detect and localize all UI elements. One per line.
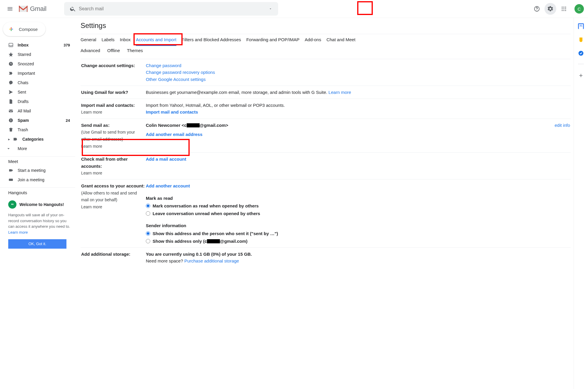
categories-icon bbox=[13, 137, 22, 142]
apps-grid-icon bbox=[561, 6, 567, 12]
tab-offline[interactable]: Offline bbox=[107, 48, 120, 56]
leave-unread-radio[interactable] bbox=[146, 211, 150, 216]
add-another-account-link[interactable]: Add another account bbox=[146, 182, 570, 189]
sidebar-item-important[interactable]: Important bbox=[0, 69, 75, 78]
tab-labels[interactable]: Labels bbox=[101, 37, 114, 46]
sidebar-item-snoozed[interactable]: Snoozed bbox=[0, 59, 75, 69]
tab-themes[interactable]: Themes bbox=[127, 48, 143, 56]
svg-rect-16 bbox=[11, 119, 11, 121]
show-sent-by-radio[interactable] bbox=[146, 231, 150, 236]
sidebar-item-label: Important bbox=[18, 71, 35, 76]
sidebar: Compose Inbox379 Starred Snoozed Importa… bbox=[0, 18, 75, 389]
search-options-dropdown[interactable] bbox=[266, 7, 275, 11]
mark-read-radio[interactable] bbox=[146, 204, 150, 208]
import-mail-contacts-link[interactable]: Import mail and contacts bbox=[146, 109, 198, 114]
support-button[interactable] bbox=[531, 3, 543, 15]
gmail-logo[interactable]: Gmail bbox=[18, 3, 46, 15]
search-input[interactable] bbox=[79, 6, 266, 11]
sendas-learn-more[interactable]: Learn more bbox=[81, 144, 102, 149]
nav-list: Inbox379 Starred Snoozed Important Chats… bbox=[0, 40, 75, 153]
sidebar-item-label: Snoozed bbox=[18, 61, 34, 66]
caret-down-icon bbox=[269, 7, 272, 11]
sidebar-item-trash[interactable]: Trash bbox=[0, 125, 75, 134]
google-account-link[interactable]: Other Google Account settings bbox=[146, 76, 570, 83]
meet-section-label: Meet bbox=[0, 159, 75, 164]
sidebar-item-more[interactable]: More bbox=[0, 144, 75, 153]
recovery-options-link[interactable]: Change password recovery options bbox=[146, 69, 570, 76]
svg-point-6 bbox=[563, 8, 564, 9]
import-learn-more[interactable]: Learn more bbox=[81, 110, 102, 114]
row-gmail-work: Using Gmail for work? Businesses get you… bbox=[81, 86, 571, 99]
compose-button[interactable]: Compose bbox=[3, 22, 46, 36]
sidebar-item-label: Join a meeting bbox=[18, 177, 44, 182]
sidebar-item-label: Chats bbox=[18, 80, 29, 85]
chats-icon bbox=[8, 80, 18, 85]
row-label: Import mail and contacts: bbox=[81, 103, 135, 108]
hangouts-text: Hangouts will save all of your on-record… bbox=[8, 212, 73, 235]
tab-general[interactable]: General bbox=[81, 37, 96, 46]
tab-forwarding[interactable]: Forwarding and POP/IMAP bbox=[246, 37, 300, 46]
drafts-icon bbox=[8, 99, 18, 104]
sidebar-item-label: Spam bbox=[18, 118, 29, 123]
change-password-link[interactable]: Change password bbox=[146, 62, 570, 69]
gear-icon bbox=[547, 6, 554, 12]
check-learn-more[interactable]: Learn more bbox=[81, 171, 102, 175]
sidebar-item-inbox[interactable]: Inbox379 bbox=[0, 40, 75, 50]
search-bar[interactable] bbox=[64, 2, 278, 16]
calendar-icon[interactable]: 31 bbox=[578, 23, 584, 29]
meet-join[interactable]: Join a meeting bbox=[0, 175, 75, 184]
hangouts-learn-more[interactable]: Learn more bbox=[8, 230, 28, 235]
apps-button[interactable] bbox=[558, 3, 570, 15]
tab-chat-meet[interactable]: Chat and Meet bbox=[326, 37, 355, 46]
sidebar-item-starred[interactable]: Starred bbox=[0, 50, 75, 59]
gsuite-learn-more[interactable]: Learn more bbox=[328, 90, 351, 95]
sidebar-item-label: Drafts bbox=[18, 99, 29, 104]
show-address-only-radio[interactable] bbox=[146, 239, 150, 243]
meet-start[interactable]: Start a meeting bbox=[0, 166, 75, 175]
sidebar-item-label: Sent bbox=[18, 90, 26, 94]
sidebar-item-categories[interactable]: ▸Categories bbox=[0, 134, 75, 144]
tab-filters[interactable]: Filters and Blocked Addresses bbox=[182, 37, 241, 46]
search-icon[interactable] bbox=[67, 6, 79, 12]
add-email-address-link[interactable]: Add another email address bbox=[146, 131, 570, 138]
tasks-icon[interactable] bbox=[578, 50, 584, 56]
row-label: Change account settings: bbox=[81, 59, 145, 86]
storage-text: You are currently using 0.1 GB (0%) of y… bbox=[146, 252, 252, 257]
header-right: C bbox=[531, 3, 584, 15]
row-label: Add additional storage: bbox=[81, 248, 145, 267]
grant-learn-more[interactable]: Learn more bbox=[81, 205, 102, 209]
menu-button[interactable] bbox=[3, 2, 17, 16]
row-label: Using Gmail for work? bbox=[81, 86, 145, 99]
row-storage: Add additional storage: You are currentl… bbox=[81, 248, 571, 267]
tab-accounts-import[interactable]: Accounts and Import bbox=[136, 37, 176, 46]
sidebar-item-chats[interactable]: Chats bbox=[0, 78, 75, 87]
sidebar-item-sent[interactable]: Sent bbox=[0, 87, 75, 97]
edit-info-link[interactable]: edit info bbox=[554, 122, 570, 129]
tab-addons[interactable]: Add-ons bbox=[305, 37, 321, 46]
sidebar-item-label: Trash bbox=[18, 127, 28, 132]
get-addons-button[interactable]: + bbox=[579, 72, 583, 79]
tab-inbox[interactable]: Inbox bbox=[120, 37, 131, 46]
gmail-icon bbox=[18, 3, 28, 15]
spam-icon bbox=[8, 118, 18, 123]
sidebar-item-spam[interactable]: Spam24 bbox=[0, 116, 75, 125]
header: Gmail C bbox=[0, 0, 588, 18]
tab-advanced[interactable]: Advanced bbox=[81, 48, 100, 56]
inbox-icon bbox=[8, 42, 18, 48]
settings-button[interactable] bbox=[544, 3, 556, 15]
svg-point-8 bbox=[562, 10, 563, 11]
account-avatar[interactable]: C bbox=[574, 4, 584, 14]
row-label: Grant access to your account: bbox=[81, 183, 145, 188]
add-mail-account-link[interactable]: Add a mail account bbox=[146, 157, 186, 162]
svg-point-3 bbox=[563, 7, 564, 8]
sidebar-item-allmail[interactable]: All Mail bbox=[0, 106, 75, 116]
hangouts-ok-button[interactable]: OK, Got it. bbox=[8, 239, 66, 249]
keep-icon[interactable] bbox=[578, 37, 584, 43]
purchase-storage-link[interactable]: Purchase additional storage bbox=[184, 258, 239, 263]
keyboard-icon bbox=[8, 177, 18, 182]
row-change-settings: Change account settings: Change password… bbox=[81, 59, 571, 86]
sidebar-item-drafts[interactable]: Drafts bbox=[0, 97, 75, 106]
settings-tabs: General Labels Inbox Accounts and Import… bbox=[81, 34, 571, 59]
hangouts-icon bbox=[8, 200, 16, 209]
svg-rect-17 bbox=[11, 121, 11, 122]
